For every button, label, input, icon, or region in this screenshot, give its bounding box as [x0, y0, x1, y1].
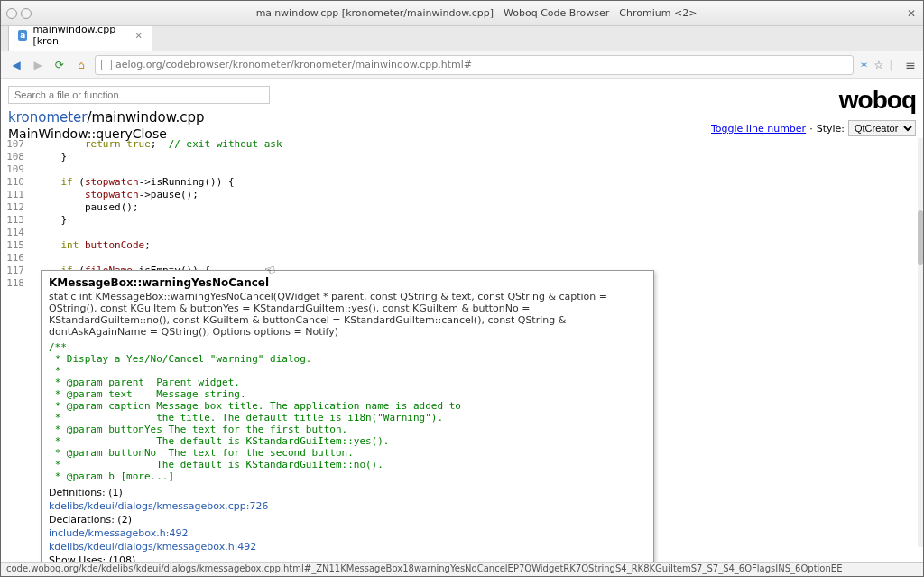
- star-icon[interactable]: ☆: [873, 59, 883, 71]
- definitions-label: Definitions: (1): [49, 486, 646, 499]
- line-number: 118: [1, 277, 37, 290]
- code-line[interactable]: 110 if (stopwatch->isRunning()) {: [1, 176, 918, 189]
- address-bar[interactable]: aelog.org/codebrowser/kronometer/kronome…: [95, 55, 854, 75]
- window-button-icon[interactable]: [21, 8, 32, 19]
- code-line[interactable]: 116: [1, 252, 918, 265]
- show-uses-link[interactable]: Show Uses: (108): [49, 554, 135, 562]
- style-label: Style:: [817, 123, 845, 135]
- scrollbar-thumb[interactable]: [918, 210, 923, 265]
- page-icon: [101, 60, 112, 70]
- code-line[interactable]: 112 paused();: [1, 201, 918, 214]
- tab-title: mainwindow.cpp [kron: [32, 23, 129, 47]
- symbol-tooltip: KMessageBox::warningYesNoCancel static i…: [41, 270, 654, 562]
- code-text: int buttonCode;: [37, 239, 918, 252]
- code-line[interactable]: 111 stopwatch->pause();: [1, 189, 918, 201]
- wand-icon[interactable]: ✶: [859, 59, 868, 71]
- page-options: Toggle line number · Style: QtCreator: [711, 120, 916, 136]
- code-line[interactable]: 108 }: [1, 151, 918, 163]
- code-text: if (stopwatch->isRunning()) {: [37, 176, 918, 189]
- window-button-icon[interactable]: [6, 8, 17, 19]
- breadcrumb-file: /mainwindow.cpp: [88, 109, 205, 126]
- code-line[interactable]: 114: [1, 227, 918, 239]
- line-number: 116: [1, 252, 37, 265]
- forward-button: ▶: [30, 57, 46, 73]
- code-text: return true; // exit without ask: [37, 138, 918, 151]
- titlebar: mainwindow.cpp [kronometer/mainwindow.cp…: [1, 1, 923, 26]
- code-text: [37, 163, 918, 176]
- tooltip-signature: static int KMessageBox::warningYesNoCanc…: [49, 291, 646, 338]
- declaration-link[interactable]: include/kmessagebox.h:492: [49, 527, 188, 539]
- code-text: }: [37, 151, 918, 163]
- line-number: 115: [1, 239, 37, 252]
- url-text: aelog.org/codebrowser/kronometer/kronome…: [116, 59, 472, 70]
- close-tab-icon[interactable]: ✕: [135, 31, 143, 41]
- close-icon[interactable]: ✕: [907, 7, 916, 20]
- menu-icon[interactable]: ≡: [905, 58, 916, 72]
- line-number: 107: [1, 138, 37, 151]
- cursor-icon: ☜: [263, 262, 277, 278]
- home-button[interactable]: ⌂: [73, 57, 89, 73]
- line-number: 113: [1, 214, 37, 227]
- definition-link[interactable]: kdelibs/kdeui/dialogs/kmessagebox.cpp:72…: [49, 500, 268, 512]
- line-number: 117: [1, 265, 37, 277]
- code-line[interactable]: 109: [1, 163, 918, 176]
- browser-toolbar: ◀ ▶ ⟳ ⌂ aelog.org/codebrowser/kronometer…: [1, 51, 923, 79]
- breadcrumb-project[interactable]: kronometer: [8, 109, 88, 126]
- code-text: }: [37, 214, 918, 227]
- line-number: 114: [1, 227, 37, 239]
- tooltip-doc: /** * Display a Yes/No/Cancel "warning" …: [49, 341, 646, 482]
- reload-button[interactable]: ⟳: [51, 57, 68, 73]
- toggle-line-number[interactable]: Toggle line number: [711, 123, 806, 135]
- status-bar: code.woboq.org/kde/kdelibs/kdeui/dialogs…: [1, 562, 923, 576]
- browser-tabbar: a mainwindow.cpp [kron ✕: [1, 26, 923, 51]
- code-text: paused();: [37, 201, 918, 214]
- page-content: kronometer/mainwindow.cpp MainWindow::qu…: [1, 79, 923, 562]
- code-line[interactable]: 113 }: [1, 214, 918, 227]
- window-title: mainwindow.cpp [kronometer/mainwindow.cp…: [35, 7, 918, 19]
- code-text: stopwatch->pause();: [37, 189, 918, 201]
- vertical-scrollbar[interactable]: [918, 138, 923, 547]
- line-number: 110: [1, 176, 37, 189]
- favicon-icon: a: [18, 30, 27, 41]
- line-number: 111: [1, 189, 37, 201]
- style-select[interactable]: QtCreator: [848, 120, 916, 136]
- code-line[interactable]: 115 int buttonCode;: [1, 239, 918, 252]
- line-number: 112: [1, 201, 37, 214]
- search-input[interactable]: [8, 86, 270, 104]
- line-number: 109: [1, 163, 37, 176]
- code-text: [37, 227, 918, 239]
- back-button[interactable]: ◀: [8, 57, 24, 73]
- line-number: 108: [1, 151, 37, 163]
- woboq-logo[interactable]: woboq: [839, 86, 916, 115]
- tooltip-title: KMessageBox::warningYesNoCancel: [49, 276, 646, 289]
- code-text: [37, 252, 918, 265]
- code-line[interactable]: 107 return true; // exit without ask: [1, 138, 918, 151]
- declaration-link[interactable]: kdelibs/kdeui/dialogs/kmessagebox.h:492: [49, 541, 256, 553]
- declarations-label: Declarations: (2): [49, 513, 646, 526]
